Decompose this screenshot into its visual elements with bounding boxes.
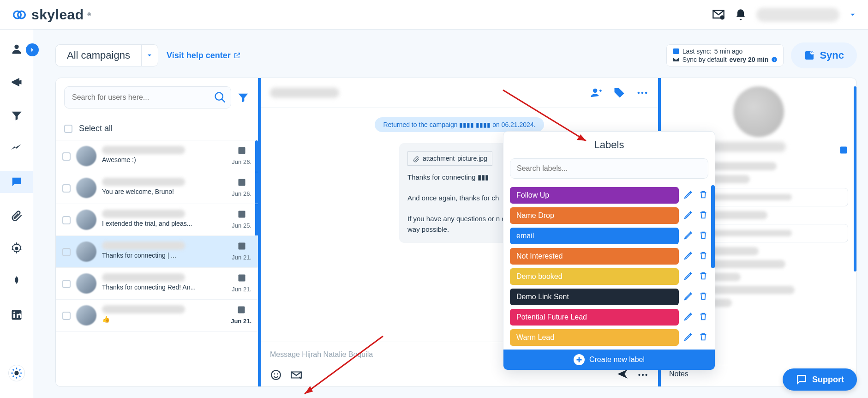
inbox-item[interactable]: Thanks for connecting | ... Jun 21. (56, 236, 258, 268)
label-chip[interactable]: Not Interested (510, 248, 679, 265)
item-checkbox[interactable] (62, 184, 71, 193)
item-checkbox[interactable] (62, 152, 71, 161)
filter-icon[interactable] (237, 91, 250, 104)
delete-label-button[interactable] (698, 332, 708, 344)
nav-inbox[interactable] (0, 171, 33, 193)
delete-label-button[interactable] (698, 271, 708, 283)
emoji-icon[interactable] (270, 369, 282, 381)
nav-campaigns[interactable] (0, 71, 33, 93)
label-row: Follow Up (510, 187, 708, 204)
message-preview: Thanks for connecting Red! An... (102, 283, 226, 291)
brand-logo[interactable]: skylead® (11, 6, 91, 23)
delete-label-button[interactable] (698, 210, 708, 222)
svg-point-2 (720, 15, 724, 19)
svg-point-8 (14, 371, 18, 375)
svg-line-23 (222, 99, 225, 103)
label-chip[interactable]: Demo Link Sent (510, 289, 679, 305)
inbox-list[interactable]: Awesome :) Jun 26. You are welcome, Brun… (56, 140, 258, 386)
nav-settings[interactable] (0, 237, 33, 259)
campaign-select[interactable]: All campaigns (55, 44, 158, 66)
nav-attachments[interactable] (0, 204, 33, 226)
message-preview: 👍 (102, 315, 225, 323)
item-checkbox[interactable] (62, 280, 71, 288)
nav-filters[interactable] (0, 104, 33, 127)
edit-label-button[interactable] (683, 311, 694, 323)
current-user[interactable] (756, 8, 839, 22)
edit-label-button[interactable] (683, 332, 694, 344)
theme-toggle[interactable] (0, 362, 33, 384)
nav-linkedin[interactable] (0, 304, 33, 326)
svg-point-33 (645, 92, 647, 94)
scrollbar[interactable] (854, 86, 856, 271)
add-contact-icon[interactable] (590, 86, 603, 99)
linkedin-sync-icon (804, 50, 815, 61)
create-label-button[interactable]: Create new label (503, 350, 715, 370)
svg-point-39 (645, 374, 647, 376)
avatar (76, 273, 96, 294)
delete-label-button[interactable] (698, 311, 708, 323)
tag-icon[interactable] (613, 86, 626, 99)
scrollbar[interactable] (711, 185, 715, 268)
inbox-item[interactable]: 👍 Jun 21. (56, 300, 258, 332)
inbox-item[interactable]: Thanks for connecting Red! An... Jun 21. (56, 268, 258, 300)
label-row: Potential Future Lead (510, 309, 708, 326)
bell-icon[interactable] (734, 8, 747, 21)
linkedin-icon[interactable] (839, 145, 848, 155)
contact-name (102, 305, 185, 314)
item-meta: Jun 25. (232, 210, 251, 229)
contact-name (102, 210, 185, 218)
select-all-checkbox[interactable] (64, 125, 72, 133)
label-chip[interactable]: Name Drop (510, 207, 679, 224)
chevron-down-icon[interactable] (849, 11, 857, 19)
nav-analytics[interactable] (0, 138, 33, 160)
info-icon[interactable]: i (771, 56, 778, 63)
delete-label-button[interactable] (698, 291, 708, 303)
label-chip[interactable]: Demo booked (510, 268, 679, 285)
help-center-link[interactable]: Visit help center (167, 51, 241, 60)
plus-icon (574, 354, 585, 365)
edit-label-button[interactable] (683, 210, 694, 222)
attachment-chip[interactable]: attachment picture.jpg (407, 151, 492, 166)
nav-contacts[interactable] (0, 38, 33, 60)
item-checkbox[interactable] (62, 248, 71, 256)
support-button[interactable]: Support (783, 368, 857, 391)
label-row: Demo booked (510, 268, 708, 285)
item-checkbox[interactable] (62, 312, 71, 320)
label-chip[interactable]: Potential Future Lead (510, 309, 679, 326)
select-all-row[interactable]: Select all (56, 117, 258, 140)
edit-label-button[interactable] (683, 250, 694, 262)
message-preview: Awesome :) (102, 156, 226, 163)
labels-popover: Labels Follow Up Name Drop email Not Int… (503, 131, 715, 370)
avatar (76, 305, 96, 326)
item-meta: Jun 26. (232, 146, 251, 165)
more-icon[interactable] (636, 86, 649, 99)
edit-label-button[interactable] (683, 230, 694, 242)
label-row: Name Drop (510, 207, 708, 224)
inbox-item[interactable]: I extended the trial, and pleas... Jun 2… (56, 204, 258, 236)
mail-compose-icon[interactable] (290, 369, 302, 381)
inbox-item[interactable]: You are welcome, Bruno! Jun 26. (56, 172, 258, 204)
svg-rect-6 (13, 314, 15, 318)
label-chip[interactable]: Follow Up (510, 187, 679, 204)
nav-boost[interactable] (0, 271, 33, 293)
label-chip[interactable]: email (510, 228, 679, 244)
messages-icon[interactable] (712, 8, 725, 21)
edit-label-button[interactable] (683, 291, 694, 303)
svg-point-36 (277, 374, 278, 375)
chevron-down-icon (141, 44, 158, 66)
edit-label-button[interactable] (683, 271, 694, 283)
item-meta: Jun 26. (232, 178, 251, 197)
svg-point-38 (642, 374, 644, 376)
delete-label-button[interactable] (698, 189, 708, 201)
delete-label-button[interactable] (698, 250, 708, 262)
inbox-search-input[interactable] (64, 86, 231, 109)
composer-more-icon[interactable] (637, 369, 649, 381)
edit-label-button[interactable] (683, 189, 694, 201)
inbox-item[interactable]: Awesome :) Jun 26. (56, 140, 258, 172)
labels-search-input[interactable] (510, 158, 708, 179)
search-icon[interactable] (214, 91, 227, 104)
label-chip[interactable]: Warm Lead (510, 329, 679, 346)
item-checkbox[interactable] (62, 216, 71, 224)
delete-label-button[interactable] (698, 230, 708, 242)
sync-button[interactable]: Sync (791, 42, 857, 68)
